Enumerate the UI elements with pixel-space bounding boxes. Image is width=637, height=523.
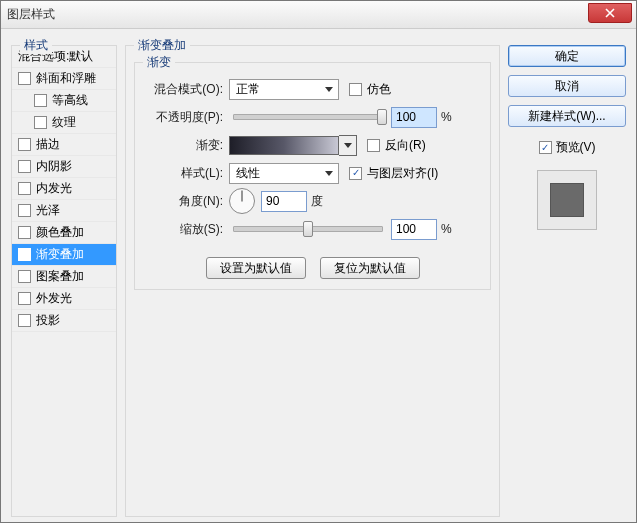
dialog-body: 样式 混合选项:默认斜面和浮雕等高线纹理描边内阴影内发光光泽颜色叠加渐变叠加图案… (1, 29, 636, 522)
gradient-preview[interactable] (229, 136, 339, 155)
style-list-item[interactable]: 外发光 (12, 288, 116, 310)
align-checkbox-box (349, 167, 362, 180)
gradient-group-legend: 渐变 (143, 54, 175, 71)
options-fieldset: 渐变叠加 渐变 混合模式(O): 正常 仿色 不透明 (125, 45, 500, 517)
opacity-input[interactable]: 100 (391, 107, 437, 128)
preview-checkbox-box (539, 141, 552, 154)
style-item-label: 投影 (36, 312, 60, 329)
angle-dial[interactable] (229, 188, 255, 214)
scale-label: 缩放(S): (145, 221, 229, 238)
dither-label: 仿色 (367, 81, 391, 98)
opacity-label: 不透明度(P): (145, 109, 229, 126)
style-row: 样式(L): 线性 与图层对齐(I) (145, 159, 480, 187)
new-style-label: 新建样式(W)... (528, 108, 605, 125)
style-combo[interactable]: 线性 (229, 163, 339, 184)
style-checkbox[interactable] (18, 314, 31, 327)
reverse-checkbox-box (367, 139, 380, 152)
style-value: 线性 (236, 165, 260, 182)
opacity-row: 不透明度(P): 100 % (145, 103, 480, 131)
style-list-item[interactable]: 内阴影 (12, 156, 116, 178)
style-list-item-selected[interactable]: 渐变叠加 (12, 244, 116, 266)
styles-fieldset: 样式 混合选项:默认斜面和浮雕等高线纹理描边内阴影内发光光泽颜色叠加渐变叠加图案… (11, 45, 117, 517)
opacity-unit: % (441, 110, 452, 124)
align-checkbox[interactable]: 与图层对齐(I) (349, 165, 438, 182)
scale-input[interactable]: 100 (391, 219, 437, 240)
style-checkbox[interactable] (18, 292, 31, 305)
blend-mode-label: 混合模式(O): (145, 81, 229, 98)
gradient-group: 渐变 混合模式(O): 正常 仿色 不透明度(P): (134, 62, 491, 290)
scale-slider-thumb[interactable] (303, 221, 313, 237)
style-checkbox[interactable] (18, 204, 31, 217)
style-item-label: 颜色叠加 (36, 224, 84, 241)
angle-label: 角度(N): (145, 193, 229, 210)
styles-column: 样式 混合选项:默认斜面和浮雕等高线纹理描边内阴影内发光光泽颜色叠加渐变叠加图案… (11, 45, 117, 517)
opacity-slider-thumb[interactable] (377, 109, 387, 125)
make-default-label: 设置为默认值 (220, 260, 292, 277)
preview-thumbnail (537, 170, 597, 230)
style-list-item[interactable]: 内发光 (12, 178, 116, 200)
angle-input[interactable]: 90 (261, 191, 307, 212)
align-label: 与图层对齐(I) (367, 165, 438, 182)
style-item-label: 外发光 (36, 290, 72, 307)
styles-list: 混合选项:默认斜面和浮雕等高线纹理描边内阴影内发光光泽颜色叠加渐变叠加图案叠加外… (12, 46, 116, 332)
dither-checkbox-box (349, 83, 362, 96)
titlebar[interactable]: 图层样式 (1, 1, 636, 29)
options-column: 渐变叠加 渐变 混合模式(O): 正常 仿色 不透明 (125, 45, 500, 512)
reset-default-button[interactable]: 复位为默认值 (320, 257, 420, 279)
style-checkbox[interactable] (18, 248, 31, 261)
ok-label: 确定 (555, 48, 579, 65)
reverse-label: 反向(R) (385, 137, 426, 154)
action-column: 确定 取消 新建样式(W)... 预览(V) (508, 45, 626, 512)
blend-mode-combo[interactable]: 正常 (229, 79, 339, 100)
angle-row: 角度(N): 90 度 (145, 187, 480, 215)
layer-style-dialog: 图层样式 样式 混合选项:默认斜面和浮雕等高线纹理描边内阴影内发光光泽颜色叠加渐… (0, 0, 637, 523)
reset-default-label: 复位为默认值 (334, 260, 406, 277)
style-checkbox[interactable] (18, 182, 31, 195)
opacity-slider[interactable] (233, 114, 383, 120)
dither-checkbox[interactable]: 仿色 (349, 81, 391, 98)
preview-label: 预览(V) (556, 139, 596, 156)
gradient-row: 渐变: 反向(R) (145, 131, 480, 159)
style-list-item[interactable]: 等高线 (12, 90, 116, 112)
close-button[interactable] (588, 3, 632, 23)
style-checkbox[interactable] (18, 270, 31, 283)
make-default-button[interactable]: 设置为默认值 (206, 257, 306, 279)
style-checkbox[interactable] (18, 226, 31, 239)
blend-mode-row: 混合模式(O): 正常 仿色 (145, 75, 480, 103)
options-legend: 渐变叠加 (134, 37, 190, 54)
style-item-label: 光泽 (36, 202, 60, 219)
style-item-label: 内阴影 (36, 158, 72, 175)
style-item-label: 斜面和浮雕 (36, 70, 96, 87)
styles-legend: 样式 (20, 37, 52, 54)
ok-button[interactable]: 确定 (508, 45, 626, 67)
style-list-item[interactable]: 纹理 (12, 112, 116, 134)
style-checkbox[interactable] (18, 72, 31, 85)
style-checkbox[interactable] (34, 94, 47, 107)
angle-unit: 度 (311, 193, 323, 210)
reverse-checkbox[interactable]: 反向(R) (367, 137, 426, 154)
style-list-item[interactable]: 图案叠加 (12, 266, 116, 288)
gradient-label: 渐变: (145, 137, 229, 154)
style-item-label: 描边 (36, 136, 60, 153)
close-icon (605, 8, 615, 18)
style-item-label: 渐变叠加 (36, 246, 84, 263)
scale-unit: % (441, 222, 452, 236)
style-list-item[interactable]: 投影 (12, 310, 116, 332)
style-list-item[interactable]: 斜面和浮雕 (12, 68, 116, 90)
default-buttons-row: 设置为默认值 复位为默认值 (145, 257, 480, 279)
cancel-button[interactable]: 取消 (508, 75, 626, 97)
style-item-label: 内发光 (36, 180, 72, 197)
style-list-item[interactable]: 光泽 (12, 200, 116, 222)
scale-row: 缩放(S): 100 % (145, 215, 480, 243)
style-checkbox[interactable] (18, 160, 31, 173)
style-checkbox[interactable] (34, 116, 47, 129)
gradient-picker-button[interactable] (339, 135, 357, 156)
style-checkbox[interactable] (18, 138, 31, 151)
style-list-item[interactable]: 描边 (12, 134, 116, 156)
style-list-item[interactable]: 颜色叠加 (12, 222, 116, 244)
style-item-label: 纹理 (52, 114, 76, 131)
preview-swatch (550, 183, 584, 217)
scale-slider[interactable] (233, 226, 383, 232)
preview-checkbox[interactable]: 预览(V) (508, 139, 626, 156)
new-style-button[interactable]: 新建样式(W)... (508, 105, 626, 127)
